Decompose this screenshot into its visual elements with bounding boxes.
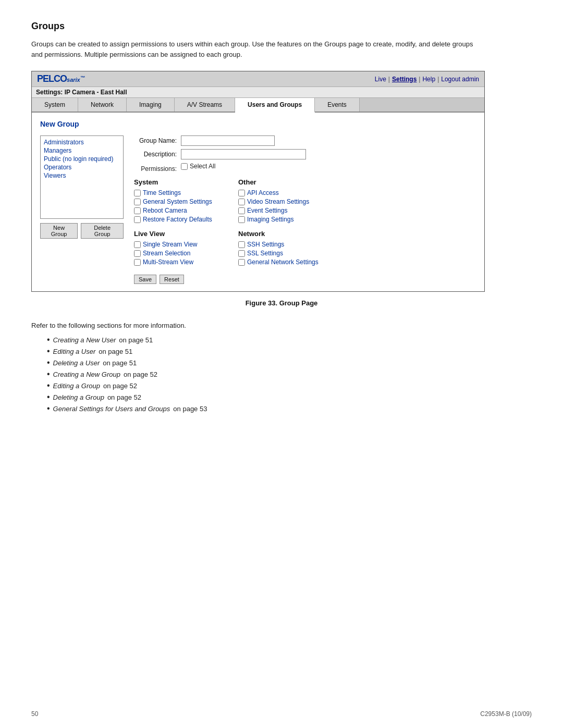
perm-multi-stream-view: Multi-Stream View <box>134 258 223 266</box>
tab-imaging[interactable]: Imaging <box>127 98 175 112</box>
group-item-viewers[interactable]: Viewers <box>43 171 121 180</box>
list-item: Editing a Group on page 52 <box>47 381 532 390</box>
list-item: Creating a New User on page 51 <box>47 336 532 344</box>
pelco-brand-text: PELCO <box>37 73 67 84</box>
page-footer: 50 C2953M-B (10/09) <box>31 710 532 718</box>
stream-selection-checkbox[interactable] <box>134 250 141 257</box>
browser-frame: PELCO sarix™ Live | Settings | Help | Lo… <box>31 71 485 292</box>
imaging-settings-checkbox[interactable] <box>238 216 245 223</box>
permissions-header-row: Permissions: Select All <box>134 163 476 175</box>
network-permissions-col: Network SSH Settings SSL Settings Genera… <box>238 230 327 267</box>
select-all-row: Select All <box>181 163 215 170</box>
restore-factory-label: Restore Factory Defaults <box>143 216 212 223</box>
ssl-settings-checkbox[interactable] <box>238 250 245 257</box>
intro-paragraph: Groups can be created to assign permissi… <box>31 39 485 59</box>
save-button[interactable]: Save <box>134 275 156 284</box>
help-link[interactable]: Help <box>422 76 435 83</box>
tab-system[interactable]: System <box>32 98 78 112</box>
doc-number: C2953M-B (10/09) <box>480 710 532 718</box>
group-list-box: Administrators Managers Public (no login… <box>40 135 124 219</box>
tab-av-streams[interactable]: A/V Streams <box>175 98 235 112</box>
reset-button[interactable]: Reset <box>160 275 184 284</box>
general-network-settings-checkbox[interactable] <box>238 259 245 266</box>
form-panel: Group Name: Description: Permissions: Se… <box>134 135 476 284</box>
ssl-settings-label: SSL Settings <box>247 250 283 257</box>
list-item: Editing a User on page 51 <box>47 347 532 355</box>
ssh-settings-label: SSH Settings <box>247 241 284 248</box>
group-item-operators[interactable]: Operators <box>43 163 121 171</box>
group-buttons: New Group Delete Group <box>40 223 124 239</box>
liveview-header: Live View <box>134 230 223 238</box>
list-item: General Settings for Users and Groups on… <box>47 404 532 413</box>
system-permissions-col: System Time Settings General System Sett… <box>134 178 223 225</box>
group-name-input[interactable] <box>181 135 275 146</box>
reboot-camera-checkbox[interactable] <box>134 207 141 214</box>
perm-general-system-settings: General System Settings <box>134 198 223 205</box>
general-system-settings-label: General System Settings <box>143 198 212 205</box>
list-item: Deleting a User on page 51 <box>47 359 532 367</box>
sarix-brand-text: sarix™ <box>67 75 85 83</box>
other-header: Other <box>238 178 327 186</box>
single-stream-label: Single Stream View <box>143 241 198 248</box>
bullet-list: Creating a New User on page 51 Editing a… <box>31 336 532 413</box>
general-system-settings-checkbox[interactable] <box>134 199 141 205</box>
event-settings-label: Event Settings <box>247 207 287 214</box>
permissions-columns-bottom: Live View Single Stream View Stream Sele… <box>134 230 476 267</box>
select-all-label: Select All <box>190 163 215 170</box>
tab-network[interactable]: Network <box>78 98 127 112</box>
browser-topbar: PELCO sarix™ Live | Settings | Help | Lo… <box>32 71 484 87</box>
live-link[interactable]: Live <box>375 76 386 83</box>
stream-selection-label: Stream Selection <box>143 250 190 257</box>
api-access-checkbox[interactable] <box>238 190 245 196</box>
liveview-permissions-col: Live View Single Stream View Stream Sele… <box>134 230 223 267</box>
perm-restore-factory: Restore Factory Defaults <box>134 216 223 223</box>
new-group-button[interactable]: New Group <box>40 223 78 239</box>
time-settings-checkbox[interactable] <box>134 190 141 196</box>
group-list-panel: Administrators Managers Public (no login… <box>40 135 124 284</box>
event-settings-checkbox[interactable] <box>238 207 245 214</box>
settings-path: Settings: IP Camera - East Hall <box>32 87 484 98</box>
list-item: Deleting a Group on page 52 <box>47 393 532 401</box>
figure-caption: Figure 33. Group Page <box>31 299 532 307</box>
ssh-settings-checkbox[interactable] <box>238 241 245 248</box>
general-network-settings-label: General Network Settings <box>247 258 319 266</box>
permissions-label: Permissions: <box>134 165 181 172</box>
description-input[interactable] <box>181 149 306 159</box>
select-all-checkbox[interactable] <box>181 163 188 170</box>
video-stream-settings-checkbox[interactable] <box>238 199 245 205</box>
tab-users-groups[interactable]: Users and Groups <box>235 98 315 113</box>
perm-ssh-settings: SSH Settings <box>238 241 327 248</box>
reboot-camera-label: Reboot Camera <box>143 207 187 214</box>
time-settings-label: Time Settings <box>143 189 181 196</box>
multi-stream-checkbox[interactable] <box>134 259 141 266</box>
perm-event-settings: Event Settings <box>238 207 327 214</box>
group-name-row: Group Name: <box>134 135 476 146</box>
settings-link[interactable]: Settings <box>392 76 417 83</box>
perm-time-settings: Time Settings <box>134 189 223 196</box>
group-item-public[interactable]: Public (no login required) <box>43 155 121 163</box>
perm-imaging-settings: Imaging Settings <box>238 216 327 223</box>
single-stream-checkbox[interactable] <box>134 241 141 248</box>
perm-api-access: API Access <box>238 189 327 196</box>
multi-stream-label: Multi-Stream View <box>143 258 193 266</box>
page-title: Groups <box>31 21 532 32</box>
api-access-label: API Access <box>247 189 279 196</box>
description-label: Description: <box>134 151 181 158</box>
list-item: Creating a New Group on page 52 <box>47 370 532 378</box>
description-row: Description: <box>134 149 476 159</box>
group-item-administrators[interactable]: Administrators <box>43 138 121 146</box>
permissions-columns-top: System Time Settings General System Sett… <box>134 178 476 225</box>
delete-group-button[interactable]: Delete Group <box>81 223 124 239</box>
video-stream-settings-label: Video Stream Settings <box>247 198 309 205</box>
group-item-managers[interactable]: Managers <box>43 146 121 155</box>
perm-video-stream-settings: Video Stream Settings <box>238 198 327 205</box>
perm-single-stream-view: Single Stream View <box>134 241 223 248</box>
network-header: Network <box>238 230 327 238</box>
refer-text: Refer to the following sections for more… <box>31 322 532 329</box>
restore-factory-checkbox[interactable] <box>134 216 141 223</box>
topbar-links: Live | Settings | Help | Logout admin <box>375 76 479 83</box>
save-reset-row: Save Reset <box>134 275 476 284</box>
tab-navigation: System Network Imaging A/V Streams Users… <box>32 98 484 113</box>
logout-link[interactable]: Logout admin <box>441 76 479 83</box>
tab-events[interactable]: Events <box>315 98 360 112</box>
